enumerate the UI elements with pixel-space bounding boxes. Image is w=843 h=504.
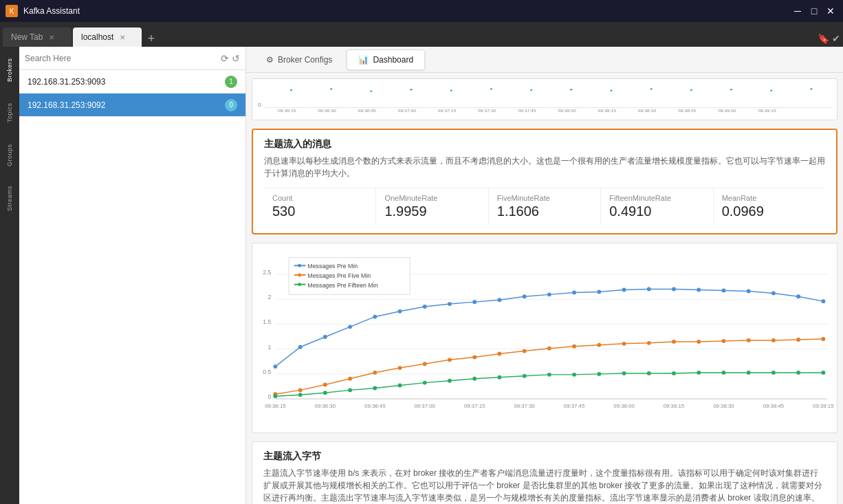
tab-localhost[interactable]: localhost ✕	[73, 28, 142, 47]
sidebar-item-topics-label: Topics	[6, 103, 13, 123]
svg-text:1: 1	[268, 344, 272, 351]
tab-new-tab[interactable]: New Tab ✕	[3, 28, 72, 47]
sidebar-item-brokers[interactable]: Brokers	[1, 50, 19, 91]
svg-text:09:37:30: 09:37:30	[478, 109, 496, 112]
svg-point-91	[672, 340, 676, 344]
svg-point-90	[647, 341, 651, 345]
svg-point-53	[298, 345, 303, 349]
minimize-button[interactable]: ─	[791, 4, 804, 18]
svg-text:Messages Pre Min: Messages Pre Min	[307, 263, 358, 270]
sidebar-item-brokers-label: Brokers	[6, 58, 13, 83]
svg-text:0: 0	[258, 102, 261, 108]
svg-point-8	[570, 89, 572, 90]
svg-point-92	[697, 340, 701, 344]
tab-new-tab-close[interactable]: ✕	[47, 32, 56, 42]
sidebar-item-groups[interactable]: Groups	[1, 135, 19, 176]
svg-point-116	[721, 371, 725, 375]
tab-localhost-close[interactable]: ✕	[118, 32, 127, 42]
svg-point-71	[747, 289, 751, 294]
svg-point-5	[450, 90, 452, 91]
svg-point-102	[373, 386, 377, 391]
svg-point-83	[472, 355, 477, 359]
svg-point-85	[523, 349, 527, 353]
svg-text:09:39:15: 09:39:15	[758, 109, 776, 112]
dashboard-icon: 📊	[358, 55, 369, 65]
metric-count-label: Count	[272, 194, 367, 202]
svg-point-14	[810, 88, 812, 89]
maximize-button[interactable]: □	[807, 4, 821, 18]
top-chart-svg: 0	[258, 85, 831, 112]
svg-point-2	[330, 88, 332, 89]
svg-point-114	[672, 371, 676, 375]
svg-point-56	[373, 315, 377, 319]
left-panel: ⟳ ↺ 192.168.31.253:9093 1 192.168.31.253…	[19, 47, 246, 504]
svg-text:Messages Pre Five Min: Messages Pre Five Min	[307, 272, 371, 279]
svg-point-54	[323, 335, 327, 339]
blue-line	[275, 289, 823, 367]
svg-point-57	[398, 309, 402, 314]
title-bar-left: K Kafka Assistant	[6, 5, 80, 17]
svg-text:09:38:15: 09:38:15	[664, 403, 685, 409]
broker-badge-0: 1	[225, 76, 237, 88]
broker-item-0[interactable]: 192.168.31.253:9093 1	[19, 70, 245, 94]
sub-tab-broker-configs[interactable]: ⚙ Broker Configs	[254, 50, 344, 70]
svg-point-66	[622, 288, 626, 292]
svg-text:09:37:00: 09:37:00	[398, 109, 417, 112]
svg-point-113	[647, 371, 651, 375]
tab-bar-actions: 🔖 ✔	[818, 33, 840, 47]
svg-point-78	[348, 377, 352, 381]
svg-point-68	[672, 287, 676, 292]
svg-point-74	[821, 299, 825, 303]
svg-point-1	[290, 89, 292, 91]
right-panel: ⚙ Broker Configs 📊 Dashboard 0	[246, 47, 843, 504]
svg-point-58	[423, 305, 427, 309]
svg-point-61	[497, 298, 501, 302]
sidebar-item-topics[interactable]: Topics	[1, 92, 19, 133]
svg-point-88	[597, 343, 601, 347]
metric-fifteen-min-label: FifteenMinuteRate	[609, 194, 704, 202]
svg-point-95	[771, 338, 776, 342]
svg-text:09:38:15: 09:38:15	[598, 109, 617, 112]
svg-point-62	[523, 294, 527, 298]
svg-point-69	[697, 288, 701, 292]
svg-point-111	[597, 372, 601, 376]
content-area[interactable]: 0	[246, 73, 843, 504]
svg-text:09:37:45: 09:37:45	[518, 109, 536, 112]
svg-text:09:36:45: 09:36:45	[364, 403, 386, 409]
broker-badge-1: 0	[225, 99, 237, 111]
broker-address-0: 192.168.31.253:9093	[28, 77, 105, 87]
svg-point-105	[448, 379, 452, 383]
reset-icon[interactable]: ↺	[232, 53, 240, 64]
check-icon[interactable]: ✔	[832, 33, 840, 44]
tab-new-tab-label: New Tab	[11, 32, 43, 42]
sidebar: Brokers Topics Groups Streams	[0, 47, 19, 504]
svg-point-67	[647, 287, 651, 292]
sidebar-item-streams[interactable]: Streams	[1, 177, 19, 219]
top-chart-card: 0	[252, 78, 837, 120]
broker-configs-label: Broker Configs	[278, 55, 332, 65]
svg-point-120	[821, 371, 825, 375]
bottom-card: 主题流入字节 主题流入字节速率使用 b/s 来表示，在对 broker 接收的生…	[252, 441, 837, 504]
svg-text:09:37:15: 09:37:15	[438, 109, 457, 112]
info-card-title: 主题流入的消息	[264, 138, 825, 151]
broker-item-1[interactable]: 192.168.31.253:9092 0	[19, 94, 245, 117]
search-input[interactable]	[25, 54, 218, 63]
main-layout: Brokers Topics Groups Streams ⟳ ↺ 192.16…	[0, 47, 843, 504]
svg-point-59	[448, 302, 452, 306]
refresh-icon[interactable]: ⟳	[221, 53, 229, 64]
svg-point-65	[597, 290, 601, 294]
broker-address-1: 192.168.31.253:9092	[28, 100, 105, 110]
svg-text:09:37:30: 09:37:30	[514, 403, 535, 409]
svg-point-79	[373, 371, 377, 375]
tab-add-button[interactable]: +	[143, 30, 160, 47]
metric-fifteen-min: FifteenMinuteRate 0.4910	[601, 188, 713, 225]
sub-tab-dashboard[interactable]: 📊 Dashboard	[347, 50, 425, 70]
svg-text:09:38:00: 09:38:00	[613, 403, 635, 409]
svg-point-97	[821, 337, 825, 341]
svg-point-47	[298, 274, 301, 277]
bookmark-icon[interactable]: 🔖	[818, 33, 829, 44]
close-button[interactable]: ✕	[824, 4, 837, 18]
svg-point-89	[622, 342, 626, 346]
svg-point-3	[370, 90, 372, 91]
window-controls[interactable]: ─ □ ✕	[791, 4, 837, 18]
